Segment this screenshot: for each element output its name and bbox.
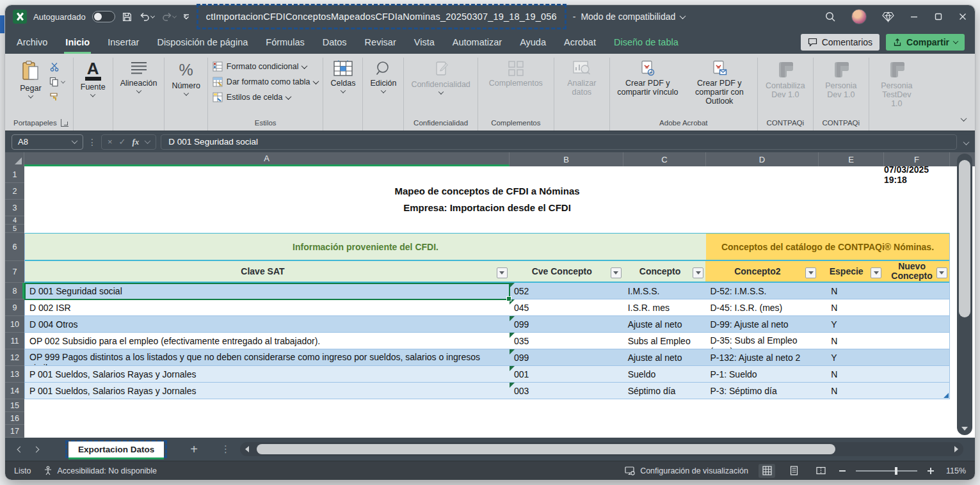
- column-header-c[interactable]: C: [623, 152, 706, 166]
- tab-scroll-splitter[interactable]: ⋮: [221, 443, 231, 455]
- cell-c9[interactable]: I.S.R. mes: [623, 299, 706, 315]
- expand-formula-bar-button[interactable]: [964, 136, 968, 148]
- number-menu-button[interactable]: % Número: [169, 59, 202, 97]
- cell-d10[interactable]: D-99: Ajuste al neto: [705, 316, 818, 332]
- format-as-table-button[interactable]: Dar formato como tabla: [213, 77, 319, 87]
- insert-function-button[interactable]: fx: [133, 137, 140, 147]
- cell-e9[interactable]: N: [818, 299, 883, 315]
- menu-tab-acrobat[interactable]: Acrobat: [563, 31, 597, 54]
- personia-testdev-button[interactable]: Personia TestDev 1.0: [874, 59, 920, 109]
- save-button[interactable]: [122, 12, 133, 22]
- row-header-9[interactable]: 9: [5, 299, 24, 316]
- cell-b10[interactable]: 099: [510, 316, 623, 332]
- redo-button[interactable]: [161, 12, 176, 22]
- column-header-f[interactable]: F: [884, 152, 950, 166]
- collapse-ribbon-button[interactable]: [961, 113, 966, 124]
- cell-c8[interactable]: I.M.S.S.: [623, 283, 706, 299]
- row-header-17[interactable]: 17: [5, 425, 24, 438]
- column-header-d[interactable]: D: [706, 152, 819, 166]
- row-header-1[interactable]: 1: [5, 166, 24, 183]
- menu-tab-automatizar[interactable]: Automatizar: [451, 31, 503, 54]
- cell-b8[interactable]: 052: [510, 283, 623, 299]
- header-concepto2[interactable]: Concepto2: [705, 261, 818, 282]
- personia-dev-button[interactable]: Personia Dev 1.0: [818, 59, 864, 100]
- close-button[interactable]: [958, 12, 967, 21]
- row-header-11[interactable]: 11: [5, 333, 24, 349]
- cell-e13[interactable]: N: [818, 366, 883, 382]
- column-header-b[interactable]: B: [510, 152, 623, 166]
- cell-a11[interactable]: OP 002 Subsidio para el empleo (efectiva…: [25, 333, 510, 349]
- header-especie[interactable]: Especie: [818, 261, 883, 282]
- cell-a13[interactable]: P 001 Sueldos, Salarios Rayas y Jornales: [25, 366, 510, 382]
- filter-icon[interactable]: [871, 267, 881, 278]
- cell-f14[interactable]: [883, 383, 949, 399]
- cell-c10[interactable]: Ajuste al neto: [623, 316, 706, 332]
- font-menu-button[interactable]: A Fuente: [78, 59, 108, 99]
- cell-f1-date[interactable]: 07/03/2025 19:18: [884, 166, 948, 183]
- menu-tab-revisar[interactable]: Revisar: [364, 31, 398, 54]
- cell-b12[interactable]: 099: [510, 349, 623, 365]
- zoom-out-button[interactable]: [839, 470, 846, 472]
- cell-d14[interactable]: P-3: Séptimo día: [705, 383, 818, 399]
- cell-f8[interactable]: [883, 283, 949, 299]
- row-header-2[interactable]: 2: [5, 183, 24, 200]
- filter-icon[interactable]: [936, 267, 947, 278]
- row-header-8[interactable]: 8: [5, 283, 24, 299]
- band-cfdi-info[interactable]: Información proveniente del CFDI.: [25, 234, 706, 260]
- zoom-in-button[interactable]: [928, 468, 934, 474]
- autosave-toggle[interactable]: [92, 11, 115, 22]
- display-settings-button[interactable]: Configuración de visualización: [625, 466, 748, 475]
- minimize-button[interactable]: [910, 12, 919, 21]
- cell-b13[interactable]: 001: [510, 366, 623, 382]
- maximize-button[interactable]: [934, 12, 943, 21]
- menu-tab-vista[interactable]: Vista: [413, 31, 436, 54]
- band-contpaqi-catalog[interactable]: Conceptos del catálogo de CONTPAQi® Nómi…: [706, 234, 949, 260]
- account-avatar[interactable]: [851, 9, 867, 24]
- add-sheet-button[interactable]: +: [190, 443, 198, 456]
- quick-access-more-icon[interactable]: [182, 13, 190, 20]
- formula-input[interactable]: D 001 Seguridad social: [161, 134, 957, 150]
- row-header-14[interactable]: 14: [5, 383, 24, 399]
- cell-d12[interactable]: P-132: Ajuste al neto 2: [705, 349, 818, 365]
- header-nuevo-concepto[interactable]: Nuevo Concepto: [883, 261, 949, 282]
- alignment-menu-button[interactable]: Alineación: [118, 59, 160, 95]
- row-header-15[interactable]: 15: [5, 399, 24, 412]
- cell-a10[interactable]: D 004 Otros: [25, 316, 510, 332]
- zoom-slider-handle[interactable]: [895, 467, 897, 475]
- cells-menu-button[interactable]: Celdas: [328, 59, 358, 95]
- menu-tab-formulas[interactable]: Fórmulas: [264, 31, 305, 54]
- cell-d8[interactable]: D-52: I.M.S.S.: [705, 283, 818, 299]
- zoom-slider[interactable]: [856, 470, 917, 472]
- row-header-12[interactable]: 12: [5, 349, 24, 366]
- report-title[interactable]: Mapeo de conceptos de CFDI a Nóminas: [24, 183, 950, 200]
- filter-icon[interactable]: [497, 267, 508, 278]
- cell-b9[interactable]: 045: [510, 299, 623, 315]
- scroll-down-icon[interactable]: [961, 427, 968, 431]
- column-header-e[interactable]: E: [819, 152, 884, 166]
- compatibility-mode-label[interactable]: Modo de compatibilidad: [581, 12, 675, 22]
- menu-tab-ayuda[interactable]: Ayuda: [518, 31, 547, 54]
- menu-tab-disposicion[interactable]: Disposición de página: [156, 31, 249, 54]
- table-resize-handle[interactable]: [944, 393, 949, 398]
- vertical-scrollbar[interactable]: [957, 154, 972, 435]
- filter-icon[interactable]: [611, 267, 622, 278]
- cut-button[interactable]: [49, 62, 60, 72]
- cell-c11[interactable]: Subs al Empleo: [623, 333, 706, 349]
- cell-c13[interactable]: Sueldo: [623, 366, 706, 382]
- menu-tab-archivo[interactable]: Archivo: [15, 31, 49, 54]
- row-header-7[interactable]: 7: [5, 261, 24, 283]
- cell-e8[interactable]: N: [818, 283, 883, 299]
- sheet-tab-exportacion-datos[interactable]: Exportacion Datos: [68, 441, 164, 459]
- menu-tab-datos[interactable]: Datos: [321, 31, 348, 54]
- cell-f12[interactable]: [883, 349, 949, 365]
- cell-d9[interactable]: D-45: I.S.R. (mes): [705, 299, 818, 315]
- share-button[interactable]: Compartir: [886, 34, 965, 51]
- cell-f11[interactable]: [883, 333, 949, 349]
- cell-d11[interactable]: D-35: Subs al Empleo (mes): [705, 333, 818, 349]
- cell-e14[interactable]: N: [818, 383, 883, 399]
- grid-canvas[interactable]: 07/03/2025 19:18 Mapeo de conceptos de C…: [24, 166, 975, 438]
- cell-f13[interactable]: [883, 366, 949, 382]
- dialog-launcher-icon[interactable]: [61, 119, 68, 127]
- create-pdf-outlook-button[interactable]: Crear PDF y compartir con Outlook: [686, 59, 753, 107]
- formula-bar-splitter[interactable]: ⋮: [88, 137, 97, 147]
